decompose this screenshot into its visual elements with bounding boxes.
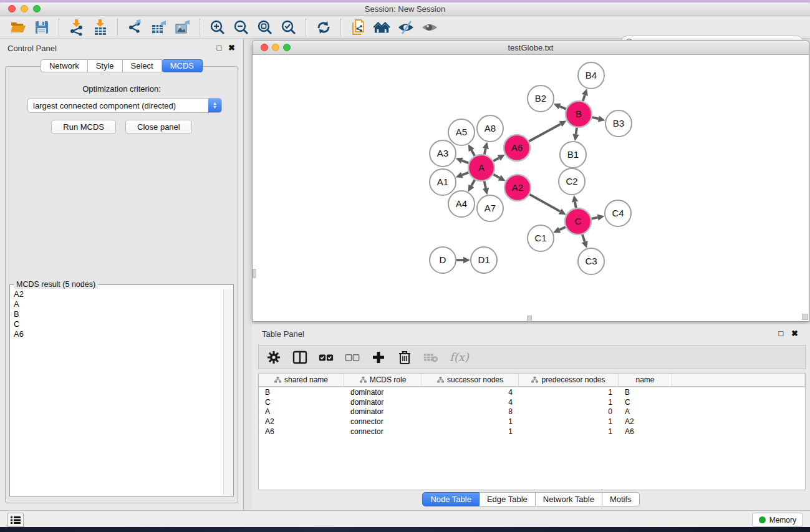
mcds-result-item[interactable]: A — [11, 299, 224, 309]
network-canvas[interactable]: B4B2BB3A8A5A6A3B1AC2A1A2A4A7C4CC1C3DD1 — [253, 55, 809, 321]
optimization-criterion-select[interactable]: largest connected component (directed) ▲… — [27, 98, 222, 113]
tab-edge-table[interactable]: Edge Table — [480, 492, 536, 506]
graph-edge-C-C2[interactable] — [575, 202, 576, 208]
graph-edge-A-A7[interactable] — [485, 181, 486, 188]
split-panel-icon[interactable] — [292, 350, 307, 365]
graph-edge-B-B1[interactable] — [576, 128, 577, 135]
column-header-MCDS-role[interactable]: MCDS role — [344, 374, 422, 386]
save-session-icon[interactable] — [33, 19, 51, 36]
import-network-icon[interactable] — [68, 19, 85, 36]
table-cell[interactable]: A — [619, 407, 672, 416]
table-cell[interactable]: A6 — [259, 427, 344, 436]
graph-edge-A2-C[interactable] — [529, 195, 560, 211]
settings-gear-icon[interactable] — [266, 350, 281, 365]
table-row[interactable]: Adominator80A — [259, 407, 805, 417]
close-panel-icon[interactable]: ✖ — [228, 44, 236, 52]
table-cell[interactable]: 0 — [519, 407, 619, 416]
graph-edge-B-B4[interactable] — [583, 95, 585, 101]
mcds-result-item[interactable]: B — [11, 309, 224, 319]
close-panel-button[interactable]: Close panel — [125, 120, 192, 134]
graph-edge-A-A4[interactable] — [471, 180, 475, 186]
clone-network-icon[interactable] — [350, 19, 367, 36]
column-header-shared-name[interactable]: shared name — [259, 374, 344, 386]
tab-style[interactable]: Style — [88, 59, 123, 72]
mcds-result-item[interactable]: C — [11, 319, 224, 329]
table-cell[interactable]: A2 — [619, 417, 672, 426]
table-float-icon[interactable]: □ — [777, 329, 785, 337]
open-file-icon[interactable] — [9, 19, 27, 36]
tab-network[interactable]: Network — [41, 59, 88, 72]
table-row[interactable]: A2connector11A2 — [259, 417, 805, 427]
table-cell[interactable]: A — [259, 407, 344, 416]
table-cell[interactable]: 1 — [422, 427, 519, 436]
graph-edge-B-B2[interactable] — [560, 107, 566, 109]
refresh-layout-icon[interactable] — [315, 19, 332, 36]
deselect-all-icon[interactable] — [345, 350, 360, 365]
export-network-icon[interactable] — [127, 19, 144, 36]
graph-edge-C-C1[interactable] — [559, 227, 566, 230]
zoom-fit-icon[interactable] — [256, 19, 274, 36]
tab-network-table[interactable]: Network Table — [536, 492, 602, 506]
add-column-icon[interactable] — [371, 350, 386, 365]
zoom-selected-icon[interactable] — [280, 19, 297, 36]
task-history-button[interactable] — [7, 513, 24, 527]
graph-edge-B-B3[interactable] — [592, 117, 598, 118]
function-builder-icon[interactable]: f(x) — [450, 351, 469, 364]
table-cell[interactable]: A2 — [259, 417, 344, 426]
table-row[interactable]: Bdominator41B — [259, 387, 805, 397]
delete-table-icon[interactable] — [423, 350, 438, 365]
table-cell[interactable]: 1 — [422, 417, 519, 426]
table-row[interactable]: A6connector11A6 — [259, 427, 805, 437]
table-cell[interactable]: 1 — [519, 398, 619, 407]
show-all-networks-icon[interactable] — [374, 19, 391, 36]
canvas-scroll-mark[interactable] — [527, 316, 532, 321]
zoom-in-icon[interactable] — [209, 19, 226, 36]
canvas-scroll-mark[interactable] — [253, 269, 256, 278]
table-close-icon[interactable]: ✖ — [791, 329, 799, 337]
table-cell[interactable]: dominator — [344, 388, 422, 397]
graph-edge-A-A1[interactable] — [462, 173, 468, 175]
table-cell[interactable]: A6 — [619, 427, 672, 436]
graph-edge-A-A2[interactable] — [493, 175, 499, 178]
table-cell[interactable]: connector — [344, 417, 422, 426]
graph-edge-A-A6[interactable] — [493, 158, 499, 161]
float-panel-icon[interactable]: □ — [215, 44, 223, 52]
run-mcds-button[interactable]: Run MCDS — [51, 120, 116, 134]
zoom-out-icon[interactable] — [233, 19, 250, 36]
table-cell[interactable]: 1 — [519, 417, 619, 426]
column-header-successor-nodes[interactable]: successor nodes — [422, 374, 519, 386]
resize-grip-icon[interactable] — [802, 314, 808, 320]
tab-motifs[interactable]: Motifs — [602, 492, 640, 506]
graph-edge-A-A8[interactable] — [485, 148, 486, 154]
graph-edge-C-C4[interactable] — [592, 218, 598, 219]
table-cell[interactable]: B — [619, 388, 672, 397]
graph-edge-A-A3[interactable] — [462, 160, 468, 163]
table-cell[interactable]: B — [259, 388, 344, 397]
export-image-icon[interactable] — [174, 19, 191, 36]
hide-panels-icon[interactable] — [397, 19, 415, 36]
network-window-titlebar[interactable]: testGlobe.txt — [253, 41, 809, 55]
table-cell[interactable]: 4 — [422, 398, 519, 407]
delete-column-icon[interactable] — [397, 350, 412, 365]
mcds-result-item[interactable]: A2 — [11, 289, 224, 299]
column-header-predecessor-nodes[interactable]: predecessor nodes — [519, 374, 619, 386]
show-panels-icon[interactable] — [421, 19, 438, 36]
import-table-icon[interactable] — [92, 19, 109, 36]
table-cell[interactable]: 4 — [422, 388, 519, 397]
table-cell[interactable]: dominator — [344, 407, 422, 416]
table-cell[interactable]: connector — [344, 427, 422, 436]
mcds-result-scrollbar[interactable] — [223, 289, 233, 495]
table-cell[interactable]: 1 — [519, 427, 619, 436]
table-row[interactable]: Cdominator41C — [259, 397, 805, 407]
select-all-icon[interactable] — [319, 350, 334, 365]
tab-select[interactable]: Select — [123, 59, 162, 72]
table-cell[interactable]: dominator — [344, 398, 422, 407]
table-cell[interactable]: 1 — [519, 388, 619, 397]
table-cell[interactable]: C — [259, 398, 344, 407]
tab-node-table[interactable]: Node Table — [422, 492, 480, 506]
column-header-name[interactable]: name — [619, 374, 672, 386]
tab-mcds[interactable]: MCDS — [162, 59, 203, 72]
graph-edge-A-A5[interactable] — [471, 150, 475, 156]
table-cell[interactable]: 8 — [422, 407, 519, 416]
table-cell[interactable]: C — [619, 398, 672, 407]
